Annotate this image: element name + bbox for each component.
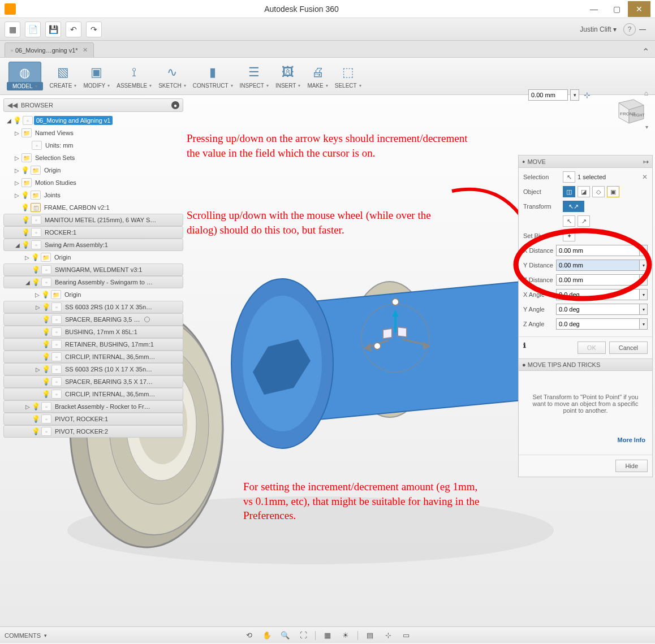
- display-icon[interactable]: ▦: [321, 630, 334, 641]
- tree-item[interactable]: ◢💡▫Swing Arm Assembly:1: [3, 239, 183, 251]
- workspace-model-button[interactable]: ◍ MODEL: [5, 60, 45, 92]
- y-angle-input[interactable]: [556, 304, 640, 315]
- selection-clear-icon[interactable]: ✕: [642, 173, 648, 181]
- y-distance-input[interactable]: [556, 260, 640, 271]
- tree-item[interactable]: ▷💡▫SS 6003 2RS (10 X 17 X 35n…: [3, 363, 183, 375]
- panel-collapse-icon[interactable]: ●: [522, 159, 525, 165]
- effects-icon[interactable]: ☀: [339, 630, 352, 641]
- browser-collapse-icon[interactable]: ◀◀: [7, 101, 18, 109]
- tree-item[interactable]: 💡▫CIRCLIP, INTERNAL, 36,5mm…: [3, 351, 183, 363]
- tree-item[interactable]: 💡▫SPACER, BEARING 3,5 …: [3, 313, 183, 326]
- x-angle-dropdown[interactable]: ▾: [640, 289, 648, 300]
- make-label: MAKE: [307, 83, 328, 89]
- snap-icon[interactable]: ⊹: [382, 630, 394, 641]
- comments-toggle[interactable]: COMMENTS ▾: [5, 632, 47, 639]
- z-distance-input[interactable]: [556, 274, 640, 286]
- grid-icon[interactable]: ▤: [364, 630, 376, 641]
- redo-button[interactable]: ↷: [86, 21, 102, 37]
- construct-button[interactable]: ▮CONSTRUCT: [191, 60, 235, 92]
- tree-item[interactable]: ▷📁Motion Studies: [3, 176, 183, 189]
- selection-pick-button[interactable]: ↖: [563, 171, 575, 183]
- file-button[interactable]: 📄: [25, 21, 41, 37]
- selection-count: 1 selected: [578, 174, 606, 180]
- document-tab-close-icon[interactable]: ✕: [83, 46, 88, 54]
- z-distance-dropdown[interactable]: ▾: [640, 274, 648, 286]
- x-distance-input[interactable]: [556, 245, 640, 256]
- transform-free-button[interactable]: ↖↗: [563, 201, 584, 212]
- pan-icon[interactable]: ✋: [261, 630, 273, 641]
- annotation-text-1: Pressing up/down on the arrow keys shoul…: [187, 131, 475, 160]
- move-panel-header[interactable]: ● MOVE ↦: [519, 155, 652, 168]
- tree-item[interactable]: 💡▫RETAINER, BUSHING, 17mm:1: [3, 338, 183, 351]
- window-maximize-button[interactable]: ▢: [605, 1, 628, 17]
- tree-item[interactable]: 💡▫SPACER, BEARING 3,5 X 17…: [3, 375, 183, 388]
- tree-item[interactable]: 💡▫MANITOU METEL (215mm), 6 WAY S…: [3, 214, 183, 226]
- panel-expand-icon[interactable]: ⌃: [642, 46, 649, 57]
- tree-item[interactable]: ▷💡📁Origin: [3, 164, 183, 176]
- window-minimize-button[interactable]: —: [583, 1, 605, 17]
- y-distance-dropdown[interactable]: ▾: [640, 260, 648, 271]
- fit-icon[interactable]: ⛶: [297, 630, 309, 641]
- window-close-button[interactable]: ✕: [628, 1, 650, 17]
- tree-item[interactable]: 💡▫PIVOT, ROCKER:1: [3, 413, 183, 425]
- tree-root[interactable]: ◢💡▫06_Moving and Aligning v1: [3, 114, 183, 127]
- tree-item[interactable]: ◢💡▫Bearing Assembly - Swingarm to …: [3, 276, 183, 288]
- assemble-button[interactable]: ⟟ASSEMBLE: [114, 60, 154, 92]
- ok-button[interactable]: OK: [578, 342, 606, 354]
- inspect-label: INSPECT: [240, 83, 269, 89]
- user-menu[interactable]: Justin Clift ▾: [580, 25, 617, 33]
- cancel-button[interactable]: Cancel: [609, 342, 648, 354]
- setpivot-button[interactable]: ✦: [563, 230, 575, 241]
- zoom-icon[interactable]: 🔍: [279, 630, 291, 641]
- z-angle-input[interactable]: [556, 318, 640, 330]
- undo-button[interactable]: ↶: [66, 21, 81, 37]
- transform-translate-button[interactable]: ↖: [563, 215, 575, 227]
- panel-pin-icon[interactable]: ↦: [643, 158, 649, 166]
- tree-item[interactable]: ▷📁Named Views: [3, 127, 183, 139]
- tree-item[interactable]: 💡▫BUSHING, 17mm X 85L:1: [3, 326, 183, 338]
- tree-item[interactable]: 💡▫ROCKER:1: [3, 226, 183, 239]
- tree-item[interactable]: ▷💡📁Origin: [3, 251, 183, 263]
- create-button[interactable]: ▧CREATE: [48, 60, 79, 92]
- orbit-icon[interactable]: ⟲: [243, 630, 255, 641]
- object-type-sketch-button[interactable]: ▣: [607, 186, 619, 197]
- insert-button[interactable]: 🖼INSERT: [273, 60, 303, 92]
- viewport-icon[interactable]: ▭: [400, 630, 412, 641]
- viewport[interactable]: ▾ ⊹ ⌂ FRONT RIGHT ▾: [0, 95, 655, 643]
- tree-item[interactable]: 💡▫CIRCLIP, INTERNAL, 36,5mm…: [3, 388, 183, 400]
- more-info-link[interactable]: More Info: [525, 436, 645, 443]
- toolbar-minimize-button[interactable]: —: [639, 25, 650, 33]
- hide-button[interactable]: Hide: [615, 460, 648, 472]
- tree-item[interactable]: ▷💡📁Origin: [3, 288, 183, 301]
- browser-header[interactable]: ◀◀ BROWSER ●: [3, 98, 183, 112]
- tree-item[interactable]: 💡◫FRAME, CARBON v2:1: [3, 201, 183, 214]
- app-grid-button[interactable]: ▦: [5, 21, 20, 37]
- x-distance-dropdown[interactable]: ▾: [640, 245, 648, 256]
- tree-item[interactable]: 💡▫SWINGARM, WELDMENT v3:1: [3, 263, 183, 276]
- tree-item[interactable]: 💡▫PIVOT, ROCKER:2: [3, 425, 183, 438]
- tips-header[interactable]: ● MOVE TIPS AND TRICKS: [519, 358, 652, 371]
- z-angle-dropdown[interactable]: ▾: [640, 318, 648, 330]
- tree-item[interactable]: ▷💡▫Bracket Assembly - Rocker to Fr…: [3, 400, 183, 413]
- tree-item[interactable]: ▷📁Selection Sets: [3, 152, 183, 164]
- modify-button[interactable]: ▣MODIFY: [81, 60, 112, 92]
- select-label: SELECT: [335, 83, 361, 89]
- help-button[interactable]: ?: [623, 23, 636, 36]
- sketch-button[interactable]: ∿SKETCH: [156, 60, 188, 92]
- save-button[interactable]: 💾: [45, 21, 61, 37]
- make-button[interactable]: 🖨MAKE: [305, 60, 330, 92]
- tree-item[interactable]: ▷💡📁Joints: [3, 189, 183, 201]
- y-angle-dropdown[interactable]: ▾: [640, 304, 648, 315]
- object-type-component-button[interactable]: ◫: [563, 186, 575, 197]
- panel-info-icon[interactable]: ℹ: [523, 342, 526, 354]
- object-type-face-button[interactable]: ◇: [592, 186, 605, 197]
- tree-item[interactable]: ▷💡▫SS 6003 2RS (10 X 17 X 35n…: [3, 301, 183, 313]
- document-tab[interactable]: ▫ 06_Moving…gning v1* ✕: [5, 42, 94, 57]
- object-type-body-button[interactable]: ◪: [578, 186, 590, 197]
- tree-item[interactable]: ▫Units: mm: [3, 139, 183, 152]
- inspect-button[interactable]: ☰INSPECT: [238, 60, 271, 92]
- transform-point-button[interactable]: ↗: [578, 215, 590, 227]
- select-button[interactable]: ⬚SELECT: [333, 60, 364, 92]
- x-angle-input[interactable]: [556, 289, 640, 300]
- browser-options-icon[interactable]: ●: [171, 101, 179, 109]
